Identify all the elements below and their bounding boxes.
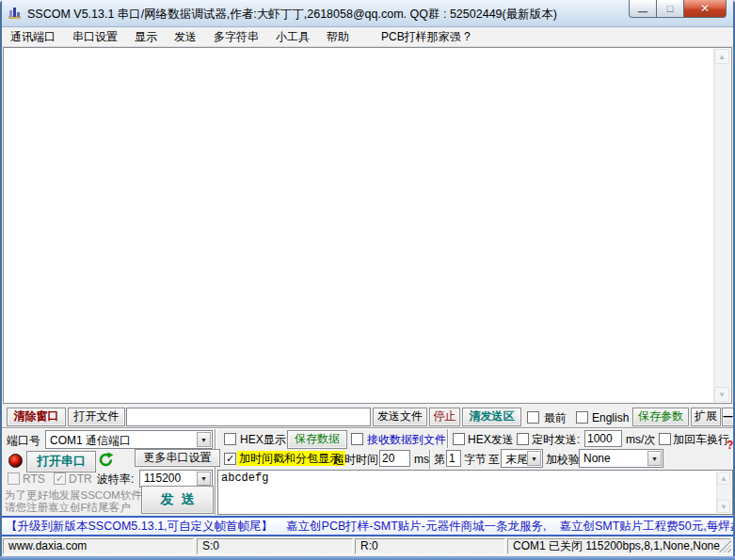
status-website: www.daxia.com — [3, 538, 194, 554]
chevron-down-icon[interactable]: ▼ — [647, 451, 662, 466]
close-icon: ✕ — [700, 2, 710, 15]
add-crlf-checkbox[interactable] — [659, 433, 671, 445]
timed-send-checkbox[interactable] — [517, 433, 529, 445]
window-controls: — □ ✕ — [629, 0, 727, 18]
menu-pcb-ad[interactable]: PCB打样那家强 ? — [373, 27, 479, 47]
receive-scrollbar[interactable]: ▲ ▼ — [713, 49, 730, 402]
window-frame — [0, 556, 735, 560]
send-interval-input[interactable] — [584, 430, 622, 447]
extend-button[interactable]: 扩展 — [691, 408, 721, 426]
file-path-input[interactable] — [126, 408, 371, 426]
ad-link-text-2[interactable]: 嘉立创SMT贴片工程费50元,每焊盘1分钱! — [559, 519, 735, 535]
topmost-checkbox[interactable] — [527, 411, 539, 424]
menu-multi-string[interactable]: 多字符串 — [205, 27, 267, 47]
send-file-button[interactable]: 发送文件 — [373, 408, 427, 426]
port-select-value: COM1 通信端口 — [50, 433, 131, 449]
maximize-button[interactable]: □ — [657, 0, 683, 18]
menu-bar: 通讯端口 串口设置 显示 发送 多字符串 小工具 帮助 PCB打样那家强 ? — [2, 27, 733, 47]
panel-divider — [215, 429, 216, 515]
scroll-down-icon[interactable]: ▼ — [714, 387, 729, 402]
chevron-down-icon[interactable]: ▼ — [527, 451, 541, 466]
send-text-value: abcdefg — [221, 472, 268, 485]
stop-button[interactable]: 停止 — [429, 408, 460, 426]
chevron-down-icon[interactable]: ▼ — [197, 472, 211, 486]
receive-display[interactable]: ▲ ▼ — [3, 47, 732, 404]
send-button[interactable]: 发 送 — [141, 486, 214, 514]
menu-comm-port[interactable]: 通讯端口 — [2, 27, 64, 47]
timeout-label: 超时时间: — [333, 453, 381, 466]
open-serial-button[interactable]: 打开串口 — [26, 451, 96, 472]
send-text-area[interactable]: abcdefg ▲ ▼ — [217, 470, 733, 515]
add-crlf-label: 加回车换行 — [673, 433, 729, 446]
menu-tools[interactable]: 小工具 — [267, 27, 318, 47]
more-serial-settings-button[interactable]: 更多串口设置 — [135, 449, 220, 467]
byte-prefix-label: 第 — [434, 453, 445, 466]
window-frame — [0, 0, 2, 560]
status-port-state: COM1 已关闭 115200bps,8,1,None,None — [507, 538, 731, 554]
port-select[interactable]: COM1 通信端口 ▼ — [45, 430, 213, 449]
hex-send-checkbox[interactable] — [453, 433, 465, 445]
byte-from-input[interactable] — [446, 450, 461, 467]
maximize-icon: □ — [667, 3, 674, 14]
menu-serial-settings[interactable]: 串口设置 — [64, 27, 126, 47]
baud-rate-value: 115200 — [144, 472, 181, 485]
byte-to-select[interactable]: 末尾 ▼ — [501, 449, 543, 468]
to-label: 至 — [488, 453, 500, 466]
menu-help[interactable]: 帮助 — [318, 27, 358, 47]
timestamp-packet-checkbox[interactable] — [224, 453, 236, 465]
clear-send-button[interactable]: 清发送区 — [462, 408, 521, 426]
checksum-select[interactable]: None ▼ — [579, 449, 663, 468]
hex-send-label: HEX发送 — [468, 433, 514, 446]
save-data-button[interactable]: 保存数据 — [287, 430, 347, 449]
upgrade-link-bar[interactable]: 【升级到新版本SSCOM5.13.1,可自定义帧首帧尾】 嘉立创PCB打样-SM… — [0, 516, 735, 536]
rts-label: RTS — [23, 472, 45, 486]
timeout-input[interactable] — [379, 450, 410, 467]
checksum-value: None — [583, 452, 611, 465]
save-params-button[interactable]: 保存参数 — [632, 408, 689, 426]
interval-unit-label: ms/次 — [626, 433, 655, 446]
english-label: English — [592, 411, 629, 424]
scroll-down-icon[interactable]: ▼ — [717, 500, 730, 513]
port-number-label: 端口号 — [7, 434, 40, 447]
window-title: SSCOM V5.13.1 串口/网络数据调试器,作者:大虾丁丁,2618058… — [27, 7, 557, 23]
send-area-scrollbar[interactable]: ▲ ▼ — [716, 472, 731, 513]
upgrade-link-text[interactable]: 【升级到新版本SSCOM5.13.1,可自定义帧首帧尾】 — [6, 519, 273, 535]
checksum-label: 加校验 — [546, 453, 580, 466]
menu-display[interactable]: 显示 — [126, 27, 166, 47]
status-sent-count: S:0 — [197, 538, 353, 554]
english-checkbox[interactable] — [576, 411, 588, 424]
app-icon — [8, 6, 23, 21]
close-button[interactable]: ✕ — [683, 0, 727, 18]
timeout-unit-label: ms — [414, 453, 429, 466]
timestamp-packet-label: 加时间戳和分包显示, — [237, 451, 345, 466]
menu-send[interactable]: 发送 — [166, 27, 205, 47]
hex-display-checkbox[interactable] — [224, 433, 236, 445]
dtr-checkbox[interactable] — [54, 472, 66, 485]
resize-grip[interactable] — [719, 540, 731, 552]
minimize-button[interactable]: — — [629, 0, 657, 18]
receive-to-file-checkbox[interactable] — [351, 433, 363, 445]
refresh-ports-icon[interactable] — [98, 452, 114, 468]
scroll-up-icon[interactable]: ▲ — [714, 49, 729, 64]
byte-suffix-label: 字节 — [464, 453, 487, 466]
rts-checkbox[interactable] — [8, 472, 20, 485]
status-received-count: R:0 — [355, 538, 505, 554]
dtr-label: DTR — [69, 472, 92, 486]
minimize-icon: — — [638, 10, 647, 14]
ad-link-text-1[interactable]: 嘉立创PCB打样-SMT贴片-元器件商城一条龙服务, — [286, 519, 546, 535]
group-divider — [429, 450, 431, 469]
byte-to-value: 末尾 — [505, 452, 528, 468]
topmost-label: 最前 — [544, 411, 567, 424]
baud-rate-label: 波特率: — [97, 472, 134, 486]
status-bar: www.daxia.com S:0 R:0 COM1 已关闭 115200bps… — [2, 536, 733, 556]
hex-display-label: HEX显示 — [240, 433, 286, 446]
port-status-led-icon — [8, 454, 23, 468]
title-bar[interactable]: SSCOM V5.13.1 串口/网络数据调试器,作者:大虾丁丁,2618058… — [0, 0, 735, 27]
divider — [2, 427, 733, 429]
open-file-button[interactable]: 打开文件 — [68, 408, 125, 426]
scroll-up-icon[interactable]: ▲ — [717, 472, 730, 485]
timed-send-label: 定时发送: — [532, 433, 580, 446]
clear-window-button[interactable]: 清除窗口 — [7, 408, 66, 426]
chevron-down-icon[interactable]: ▼ — [197, 432, 211, 447]
promo-text-line2: 请您注册嘉立创F结尾客户 — [5, 501, 131, 515]
